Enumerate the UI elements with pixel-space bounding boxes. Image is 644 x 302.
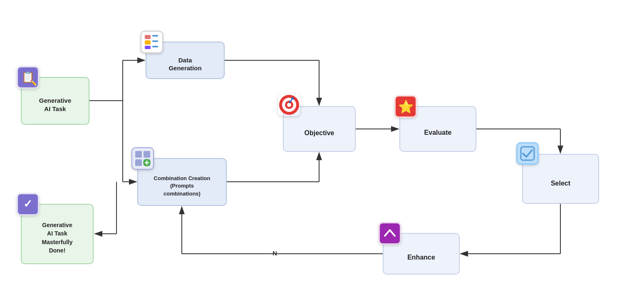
svg-rect-20: [145, 35, 151, 39]
objective-label: Objective: [304, 121, 334, 138]
evaluate-label: Evaluate: [424, 121, 452, 137]
data-generation-label: DataGeneration: [168, 49, 201, 72]
combination-creation-node: Combination Creation(Promptscombinations…: [137, 158, 227, 206]
select-label: Select: [551, 170, 570, 188]
enhance-icon: [379, 222, 401, 245]
done-label: GenerativeAI TaskMasterfullyDone!: [42, 213, 73, 255]
select-node: Select: [522, 154, 599, 204]
svg-point-36: [287, 103, 291, 107]
evaluate-icon: ⭐: [394, 95, 417, 118]
diagram-container: N 📋 ✏️ GenerativeAI Task DataGeneration: [0, 0, 644, 302]
generative-ai-task-label: GenerativeAI Task: [39, 89, 72, 113]
combination-creation-label: Combination Creation(Promptscombinations…: [154, 166, 211, 198]
done-node: ✓ GenerativeAI TaskMasterfullyDone!: [21, 204, 94, 264]
generative-ai-task-icon: 📋 ✏️: [17, 66, 39, 89]
svg-rect-28: [135, 159, 142, 166]
enhance-label: Enhance: [407, 246, 435, 262]
data-generation-icon: [141, 31, 163, 53]
generative-ai-task-node: 📋 ✏️ GenerativeAI Task: [21, 77, 89, 125]
svg-rect-26: [135, 151, 142, 158]
svg-rect-21: [152, 35, 158, 37]
data-generation-node: DataGeneration: [146, 42, 225, 79]
select-icon: [516, 142, 539, 165]
objective-node: Objective: [283, 106, 356, 152]
svg-rect-24: [145, 46, 151, 49]
objective-icon: [278, 94, 300, 116]
enhance-node: Enhance: [383, 233, 460, 275]
svg-rect-27: [144, 151, 150, 158]
done-icon: ✓: [17, 193, 39, 215]
svg-rect-25: [152, 46, 158, 47]
combination-creation-icon: [131, 147, 154, 170]
svg-rect-23: [152, 40, 158, 42]
evaluate-node: ⭐ Evaluate: [399, 106, 476, 152]
svg-rect-22: [145, 40, 151, 45]
n-label: N: [272, 250, 277, 257]
